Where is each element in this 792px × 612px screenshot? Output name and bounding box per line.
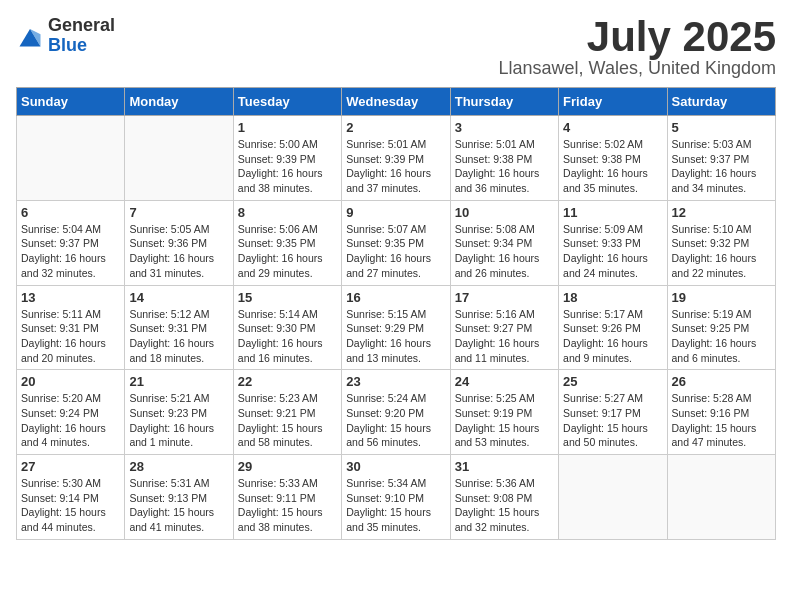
- day-number: 25: [563, 374, 662, 389]
- calendar-week-row: 20Sunrise: 5:20 AM Sunset: 9:24 PM Dayli…: [17, 370, 776, 455]
- calendar-cell: 14Sunrise: 5:12 AM Sunset: 9:31 PM Dayli…: [125, 285, 233, 370]
- day-info: Sunrise: 5:14 AM Sunset: 9:30 PM Dayligh…: [238, 307, 337, 366]
- calendar-cell: [17, 116, 125, 201]
- calendar-cell: [667, 455, 775, 540]
- day-info: Sunrise: 5:31 AM Sunset: 9:13 PM Dayligh…: [129, 476, 228, 535]
- logo-text: General Blue: [48, 16, 115, 56]
- calendar-cell: 19Sunrise: 5:19 AM Sunset: 9:25 PM Dayli…: [667, 285, 775, 370]
- day-info: Sunrise: 5:34 AM Sunset: 9:10 PM Dayligh…: [346, 476, 445, 535]
- weekday-header-tuesday: Tuesday: [233, 88, 341, 116]
- weekday-header-sunday: Sunday: [17, 88, 125, 116]
- calendar-header: SundayMondayTuesdayWednesdayThursdayFrid…: [17, 88, 776, 116]
- day-number: 29: [238, 459, 337, 474]
- calendar-cell: 18Sunrise: 5:17 AM Sunset: 9:26 PM Dayli…: [559, 285, 667, 370]
- day-number: 11: [563, 205, 662, 220]
- day-info: Sunrise: 5:11 AM Sunset: 9:31 PM Dayligh…: [21, 307, 120, 366]
- day-number: 2: [346, 120, 445, 135]
- day-info: Sunrise: 5:02 AM Sunset: 9:38 PM Dayligh…: [563, 137, 662, 196]
- calendar-cell: 24Sunrise: 5:25 AM Sunset: 9:19 PM Dayli…: [450, 370, 558, 455]
- day-info: Sunrise: 5:12 AM Sunset: 9:31 PM Dayligh…: [129, 307, 228, 366]
- day-number: 8: [238, 205, 337, 220]
- day-number: 14: [129, 290, 228, 305]
- day-number: 13: [21, 290, 120, 305]
- day-info: Sunrise: 5:09 AM Sunset: 9:33 PM Dayligh…: [563, 222, 662, 281]
- calendar-week-row: 1Sunrise: 5:00 AM Sunset: 9:39 PM Daylig…: [17, 116, 776, 201]
- day-info: Sunrise: 5:27 AM Sunset: 9:17 PM Dayligh…: [563, 391, 662, 450]
- weekday-header-wednesday: Wednesday: [342, 88, 450, 116]
- day-number: 22: [238, 374, 337, 389]
- day-info: Sunrise: 5:03 AM Sunset: 9:37 PM Dayligh…: [672, 137, 771, 196]
- day-info: Sunrise: 5:33 AM Sunset: 9:11 PM Dayligh…: [238, 476, 337, 535]
- weekday-header-monday: Monday: [125, 88, 233, 116]
- day-number: 17: [455, 290, 554, 305]
- title-area: July 2025 Llansawel, Wales, United Kingd…: [499, 16, 776, 79]
- calendar-cell: 26Sunrise: 5:28 AM Sunset: 9:16 PM Dayli…: [667, 370, 775, 455]
- day-number: 15: [238, 290, 337, 305]
- day-info: Sunrise: 5:16 AM Sunset: 9:27 PM Dayligh…: [455, 307, 554, 366]
- calendar-cell: [559, 455, 667, 540]
- calendar-cell: 8Sunrise: 5:06 AM Sunset: 9:35 PM Daylig…: [233, 200, 341, 285]
- day-number: 10: [455, 205, 554, 220]
- day-info: Sunrise: 5:05 AM Sunset: 9:36 PM Dayligh…: [129, 222, 228, 281]
- day-info: Sunrise: 5:01 AM Sunset: 9:39 PM Dayligh…: [346, 137, 445, 196]
- calendar-cell: 30Sunrise: 5:34 AM Sunset: 9:10 PM Dayli…: [342, 455, 450, 540]
- day-number: 31: [455, 459, 554, 474]
- calendar-cell: 12Sunrise: 5:10 AM Sunset: 9:32 PM Dayli…: [667, 200, 775, 285]
- day-info: Sunrise: 5:04 AM Sunset: 9:37 PM Dayligh…: [21, 222, 120, 281]
- day-info: Sunrise: 5:15 AM Sunset: 9:29 PM Dayligh…: [346, 307, 445, 366]
- calendar-cell: 27Sunrise: 5:30 AM Sunset: 9:14 PM Dayli…: [17, 455, 125, 540]
- weekday-header-friday: Friday: [559, 88, 667, 116]
- day-number: 12: [672, 205, 771, 220]
- calendar-cell: 17Sunrise: 5:16 AM Sunset: 9:27 PM Dayli…: [450, 285, 558, 370]
- day-number: 26: [672, 374, 771, 389]
- day-info: Sunrise: 5:30 AM Sunset: 9:14 PM Dayligh…: [21, 476, 120, 535]
- logo-general-text: General: [48, 16, 115, 36]
- header: General Blue July 2025 Llansawel, Wales,…: [16, 16, 776, 79]
- day-number: 20: [21, 374, 120, 389]
- day-number: 18: [563, 290, 662, 305]
- calendar-week-row: 13Sunrise: 5:11 AM Sunset: 9:31 PM Dayli…: [17, 285, 776, 370]
- calendar-cell: 31Sunrise: 5:36 AM Sunset: 9:08 PM Dayli…: [450, 455, 558, 540]
- day-info: Sunrise: 5:25 AM Sunset: 9:19 PM Dayligh…: [455, 391, 554, 450]
- calendar-cell: 2Sunrise: 5:01 AM Sunset: 9:39 PM Daylig…: [342, 116, 450, 201]
- calendar-cell: 7Sunrise: 5:05 AM Sunset: 9:36 PM Daylig…: [125, 200, 233, 285]
- calendar-cell: 21Sunrise: 5:21 AM Sunset: 9:23 PM Dayli…: [125, 370, 233, 455]
- calendar-cell: 20Sunrise: 5:20 AM Sunset: 9:24 PM Dayli…: [17, 370, 125, 455]
- calendar-week-row: 6Sunrise: 5:04 AM Sunset: 9:37 PM Daylig…: [17, 200, 776, 285]
- calendar-cell: 6Sunrise: 5:04 AM Sunset: 9:37 PM Daylig…: [17, 200, 125, 285]
- calendar-cell: 23Sunrise: 5:24 AM Sunset: 9:20 PM Dayli…: [342, 370, 450, 455]
- day-info: Sunrise: 5:01 AM Sunset: 9:38 PM Dayligh…: [455, 137, 554, 196]
- day-info: Sunrise: 5:20 AM Sunset: 9:24 PM Dayligh…: [21, 391, 120, 450]
- calendar-cell: 29Sunrise: 5:33 AM Sunset: 9:11 PM Dayli…: [233, 455, 341, 540]
- day-number: 19: [672, 290, 771, 305]
- month-title: July 2025: [499, 16, 776, 58]
- calendar-table: SundayMondayTuesdayWednesdayThursdayFrid…: [16, 87, 776, 540]
- day-info: Sunrise: 5:28 AM Sunset: 9:16 PM Dayligh…: [672, 391, 771, 450]
- calendar-cell: 15Sunrise: 5:14 AM Sunset: 9:30 PM Dayli…: [233, 285, 341, 370]
- day-info: Sunrise: 5:24 AM Sunset: 9:20 PM Dayligh…: [346, 391, 445, 450]
- calendar-cell: 4Sunrise: 5:02 AM Sunset: 9:38 PM Daylig…: [559, 116, 667, 201]
- location-title: Llansawel, Wales, United Kingdom: [499, 58, 776, 79]
- day-number: 27: [21, 459, 120, 474]
- day-number: 24: [455, 374, 554, 389]
- day-number: 5: [672, 120, 771, 135]
- day-info: Sunrise: 5:00 AM Sunset: 9:39 PM Dayligh…: [238, 137, 337, 196]
- calendar-cell: 3Sunrise: 5:01 AM Sunset: 9:38 PM Daylig…: [450, 116, 558, 201]
- calendar-week-row: 27Sunrise: 5:30 AM Sunset: 9:14 PM Dayli…: [17, 455, 776, 540]
- weekday-header-saturday: Saturday: [667, 88, 775, 116]
- day-number: 4: [563, 120, 662, 135]
- calendar-cell: 28Sunrise: 5:31 AM Sunset: 9:13 PM Dayli…: [125, 455, 233, 540]
- calendar-cell: 10Sunrise: 5:08 AM Sunset: 9:34 PM Dayli…: [450, 200, 558, 285]
- calendar-cell: 9Sunrise: 5:07 AM Sunset: 9:35 PM Daylig…: [342, 200, 450, 285]
- day-number: 1: [238, 120, 337, 135]
- day-info: Sunrise: 5:06 AM Sunset: 9:35 PM Dayligh…: [238, 222, 337, 281]
- calendar-cell: 13Sunrise: 5:11 AM Sunset: 9:31 PM Dayli…: [17, 285, 125, 370]
- day-number: 9: [346, 205, 445, 220]
- day-number: 7: [129, 205, 228, 220]
- weekday-header-thursday: Thursday: [450, 88, 558, 116]
- day-number: 23: [346, 374, 445, 389]
- day-info: Sunrise: 5:08 AM Sunset: 9:34 PM Dayligh…: [455, 222, 554, 281]
- day-number: 3: [455, 120, 554, 135]
- calendar-cell: [125, 116, 233, 201]
- day-number: 30: [346, 459, 445, 474]
